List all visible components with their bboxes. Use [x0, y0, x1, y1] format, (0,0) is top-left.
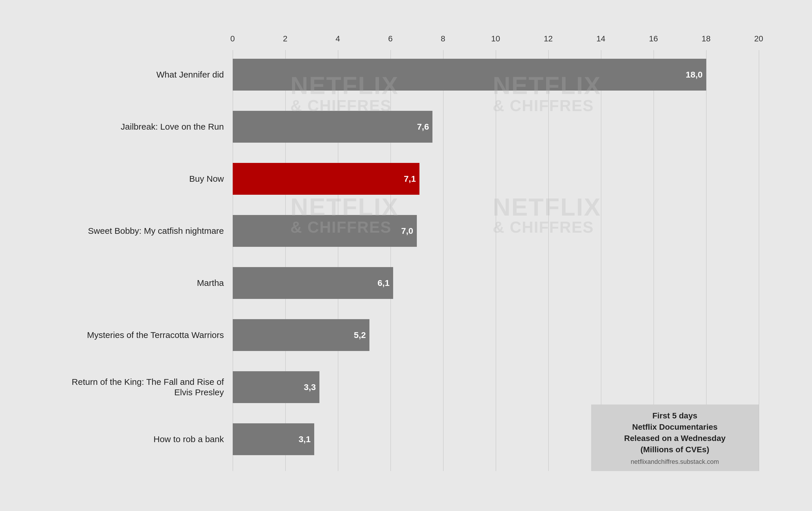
x-axis-labels: 02468101214161820	[233, 34, 759, 50]
bar-value-7: 3,1	[299, 434, 311, 444]
bar-value-3: 7,0	[401, 226, 413, 236]
bar-value-2: 7,1	[404, 174, 416, 184]
x-tick-4: 4	[336, 34, 340, 44]
legend-box: First 5 days Netflix Documentaries Relea…	[591, 405, 759, 471]
bar-value-5: 5,2	[354, 330, 366, 340]
bar-label-5: Mysteries of the Terracotta Warriors	[54, 330, 233, 340]
bar-value-6: 3,3	[304, 382, 316, 392]
bar-1: 7,6	[233, 111, 433, 143]
bar-label-4: Martha	[54, 278, 233, 288]
chart-area: 02468101214161820 What Jennifer did18,0J…	[54, 34, 759, 471]
x-tick-20: 20	[754, 34, 763, 44]
bar-7: 3,1	[233, 423, 314, 455]
x-tick-6: 6	[388, 34, 393, 44]
bar-label-2: Buy Now	[54, 173, 233, 184]
bar-label-7: How to rob a bank	[54, 434, 233, 445]
bar-label-3: Sweet Bobby: My catfish nightmare	[54, 226, 233, 236]
bar-5: 5,2	[233, 319, 370, 351]
bar-row-4: Martha6,1	[54, 259, 759, 307]
bar-6: 3,3	[233, 371, 319, 403]
bar-wrapper-3: 7,0	[233, 215, 759, 247]
bar-wrapper-1: 7,6	[233, 111, 759, 143]
x-tick-12: 12	[544, 34, 553, 44]
x-tick-8: 8	[441, 34, 445, 44]
bar-0: 18,0	[233, 59, 706, 90]
bar-wrapper-5: 5,2	[233, 319, 759, 351]
bar-wrapper-2: 7,1	[233, 163, 759, 195]
x-tick-14: 14	[596, 34, 605, 44]
bar-row-2: Buy Now7,1	[54, 154, 759, 204]
chart-container: 02468101214161820 What Jennifer did18,0J…	[30, 17, 782, 494]
bar-value-1: 7,6	[417, 122, 429, 132]
bar-label-6: Return of the King: The Fall and Rise of…	[54, 377, 233, 398]
bar-label-0: What Jennifer did	[54, 70, 233, 80]
x-tick-0: 0	[230, 34, 235, 44]
bar-row-0: What Jennifer did18,0	[54, 50, 759, 99]
bar-row-1: Jailbreak: Love on the Run7,6	[54, 102, 759, 151]
bar-2: 7,1	[233, 163, 419, 195]
legend-url: netflixandchiffres.substack.com	[631, 458, 719, 465]
x-tick-10: 10	[491, 34, 500, 44]
x-tick-2: 2	[283, 34, 288, 44]
bar-label-1: Jailbreak: Love on the Run	[54, 122, 233, 132]
bar-value-0: 18,0	[686, 70, 702, 80]
bar-row-3: Sweet Bobby: My catfish nightmare7,0	[54, 206, 759, 255]
bar-3: 7,0	[233, 215, 417, 247]
bar-4: 6,1	[233, 267, 393, 299]
bar-value-4: 6,1	[378, 278, 390, 288]
bar-row-5: Mysteries of the Terracotta Warriors5,2	[54, 311, 759, 360]
x-tick-16: 16	[649, 34, 658, 44]
bar-wrapper-4: 6,1	[233, 267, 759, 299]
bar-wrapper-6: 3,3	[233, 371, 759, 403]
legend-title: First 5 days Netflix Documentaries Relea…	[624, 410, 726, 455]
bar-wrapper-0: 18,0	[233, 59, 759, 90]
x-tick-18: 18	[702, 34, 710, 44]
